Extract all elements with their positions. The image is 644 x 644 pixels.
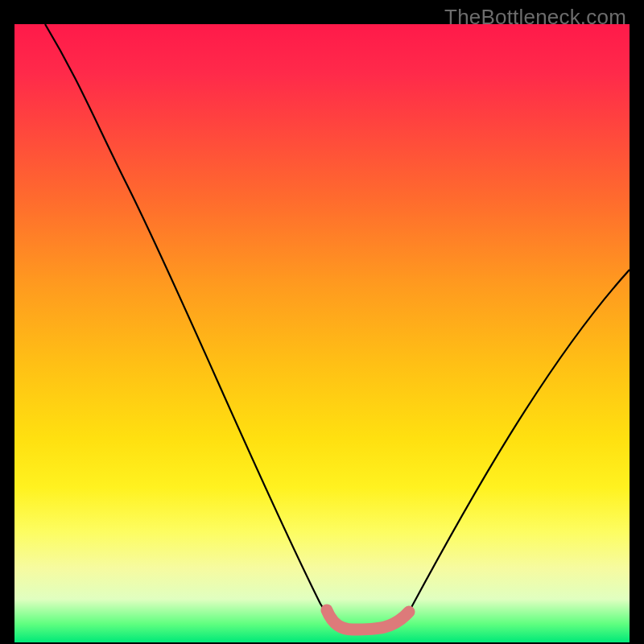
chart-area bbox=[14, 24, 630, 642]
chart-background-gradient bbox=[14, 24, 630, 642]
